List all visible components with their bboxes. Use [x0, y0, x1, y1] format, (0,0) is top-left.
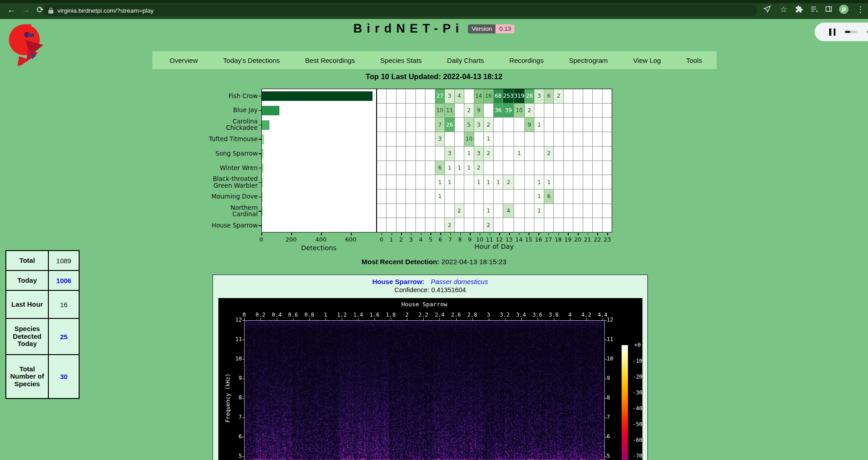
heatmap-cell: [494, 147, 503, 161]
send-icon[interactable]: [763, 5, 773, 15]
nav-item-daily-charts[interactable]: Daily Charts: [447, 57, 484, 64]
bar-x-label: 0: [252, 236, 270, 243]
db-label: -30: [629, 389, 642, 396]
heatmap-cell: [564, 204, 573, 218]
heatmap-cell: [564, 190, 573, 204]
extensions-puzzle-icon[interactable]: [795, 5, 805, 15]
nav-item-tools[interactable]: Tools: [686, 57, 702, 64]
heatmap-cell: 2: [445, 218, 454, 232]
heatmap-cell: 1: [435, 175, 444, 189]
heatmap-cell: [396, 161, 406, 175]
browser-chrome: ← → ⟳ virginia.birdnetpi.com/?stream=pla…: [0, 0, 868, 19]
heatmap-cell: [593, 118, 602, 132]
reading-list-icon[interactable]: [810, 5, 820, 15]
time-tick: [439, 318, 440, 320]
bookmark-star-icon[interactable]: ☆: [778, 5, 788, 15]
heatmap-cell: [593, 175, 602, 189]
stat-link-today[interactable]: 1006: [56, 277, 71, 285]
heatmap-cell: [573, 132, 582, 146]
y-tick: [259, 211, 261, 212]
heatmap-cell: [544, 118, 553, 132]
nav-item-species-stats[interactable]: Species Stats: [380, 57, 422, 64]
hour-label: 20: [573, 236, 583, 243]
heatmap-cell: [514, 204, 524, 218]
heatmap-cell: [445, 204, 454, 218]
heatmap-cell: 36: [494, 104, 503, 118]
hour-tick: [568, 233, 569, 235]
nav-item-view-log[interactable]: View Log: [633, 57, 660, 64]
nav-item-spectrogram[interactable]: Spectrogram: [569, 57, 608, 64]
heatmap-cell: [564, 147, 573, 161]
heatmap-cell: [416, 190, 425, 204]
heatmap-cell: [534, 218, 543, 232]
species-label-carolina-chickadee: CarolinaChickadee: [190, 118, 258, 132]
heatmap-cell: [583, 161, 592, 175]
detection-scientific-name[interactable]: Passer domesticus: [431, 278, 488, 285]
heatmap-cell: 9: [525, 118, 534, 132]
side-panel-icon[interactable]: [825, 5, 835, 15]
nav-item-best-recordings[interactable]: Best Recordings: [305, 57, 355, 64]
freq-tick: [242, 320, 244, 321]
stat-link-total-number-of-species[interactable]: 30: [60, 373, 68, 380]
audio-player[interactable]: [815, 23, 868, 41]
heatmap-cell: [494, 190, 503, 204]
stat-link-species-detected-today[interactable]: 25: [60, 333, 68, 341]
heatmap-cell: [455, 147, 464, 161]
heatmap-cell: [387, 175, 396, 189]
freq-tick: [605, 340, 607, 340]
hour-label: 10: [475, 236, 485, 243]
y-tick: [259, 182, 261, 183]
profile-avatar[interactable]: P: [839, 4, 849, 14]
volume-speaker-icon[interactable]: [866, 28, 868, 36]
heatmap-cell: [514, 161, 524, 175]
nav-item-overview[interactable]: Overview: [170, 57, 198, 64]
nav-item-recordings[interactable]: Recordings: [509, 57, 544, 64]
heatmap-cell: [494, 118, 503, 132]
heatmap-cell: [406, 190, 415, 204]
heatmap-cell: [554, 175, 563, 189]
db-label: -20: [629, 374, 642, 380]
heatmap-cell: [503, 132, 514, 146]
heatmap-cell: 14: [474, 89, 483, 103]
hour-tick: [490, 233, 491, 235]
heatmap-cell: [425, 161, 434, 175]
heatmap-cell: 253: [503, 89, 514, 103]
heatmap-cell: [514, 132, 524, 146]
heatmap-cell: [464, 218, 473, 232]
address-bar[interactable]: virginia.birdnetpi.com/?stream=play: [43, 5, 757, 16]
hour-label: 7: [445, 236, 455, 243]
heatmap-cell: [387, 218, 396, 232]
kebab-menu-icon[interactable]: ⋮: [855, 5, 865, 15]
heatmap-cell: 3: [445, 89, 454, 103]
hour-label: 23: [602, 236, 612, 243]
heatmap-cell: [425, 104, 434, 118]
freq-label-right: 5: [607, 453, 623, 459]
nav-item-today-s-detections[interactable]: Today's Detections: [223, 57, 280, 64]
spectrogram-title: House Sparrow: [244, 301, 604, 308]
species-label-blue-jay: Blue Jay: [190, 103, 258, 118]
back-icon[interactable]: ←: [5, 4, 17, 16]
heatmap-cell: 1: [484, 204, 493, 218]
detection-species-link[interactable]: House Sparrow:: [373, 278, 425, 285]
freq-tick: [605, 398, 607, 398]
time-tick: [407, 318, 407, 320]
screen: ← → ⟳ virginia.birdnetpi.com/?stream=pla…: [0, 0, 868, 460]
heatmap-cell: [554, 204, 563, 218]
heatmap-cell: 5: [464, 118, 473, 132]
audio-slider[interactable]: [845, 31, 857, 33]
pause-button[interactable]: [829, 28, 835, 36]
forward-icon[interactable]: →: [20, 4, 32, 16]
heatmap-cell: 27: [435, 89, 444, 103]
heatmap-cell: 1: [474, 175, 483, 189]
hour-label: 4: [416, 236, 426, 243]
heatmap-cell: [554, 118, 563, 132]
heatmap-cell: [396, 175, 406, 189]
freq-label-right: 8: [607, 394, 623, 401]
heatmap-cell: [416, 104, 425, 118]
heatmap-cell: 28: [525, 89, 534, 103]
heatmap-cell: [377, 175, 386, 189]
freq-tick: [605, 320, 607, 321]
heatmap-cell: [377, 118, 386, 132]
heatmap-cell: [406, 175, 415, 189]
heatmap-cell: 6: [544, 89, 553, 103]
